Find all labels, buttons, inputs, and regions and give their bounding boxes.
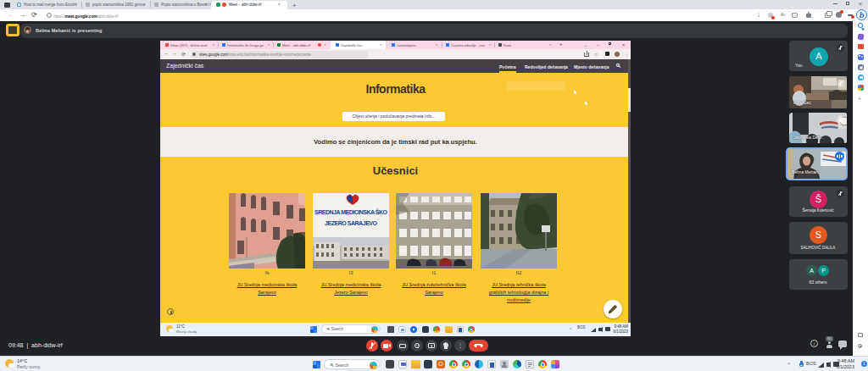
svg-text:SREDNJA MEDICINSKA ŠKO: SREDNJA MEDICINSKA ŠKO (314, 208, 388, 215)
svg-text:JEZERO SARAJEVO: JEZERO SARAJEVO (325, 220, 378, 226)
